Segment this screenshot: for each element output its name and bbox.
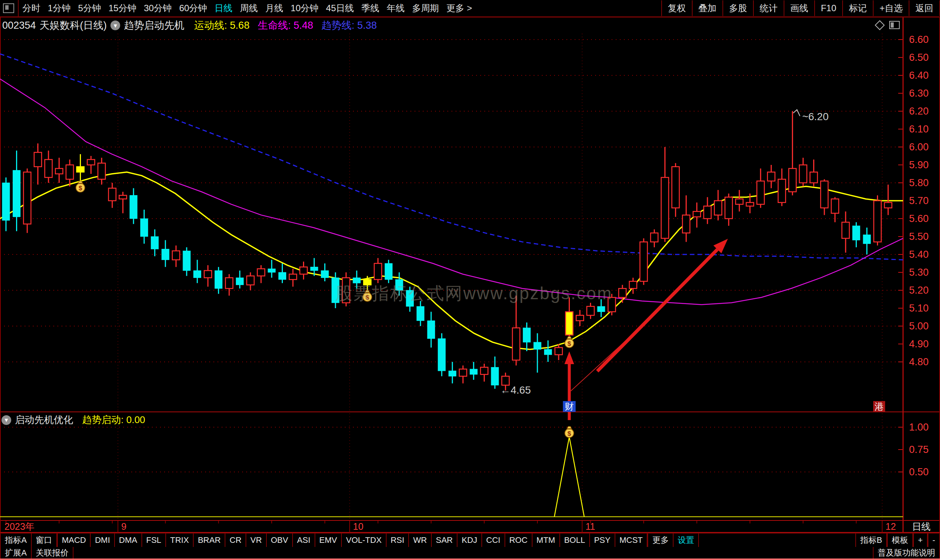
toolbtn-right-3[interactable]: - bbox=[928, 534, 940, 547]
svg-text:1.00: 1.00 bbox=[909, 422, 929, 433]
period-tab-13[interactable]: 多周期 bbox=[408, 2, 443, 14]
period-tab-2[interactable]: 5分钟 bbox=[74, 2, 105, 14]
period-toolbar: 分时1分钟5分钟15分钟30分钟60分钟日线周线月线10分钟45日线季线年线多周… bbox=[0, 0, 940, 17]
indicator-btn-6[interactable]: CR bbox=[225, 534, 246, 547]
top-button-5[interactable]: F10 bbox=[814, 0, 842, 16]
svg-text:6.20: 6.20 bbox=[909, 106, 929, 117]
indicator-btn-4[interactable]: TRIX bbox=[166, 534, 194, 547]
chevron-down-icon[interactable]: ▼ bbox=[111, 20, 120, 30]
indicator-btn-3[interactable]: FSL bbox=[142, 534, 166, 547]
candles-layer bbox=[2, 111, 892, 391]
svg-text:6.30: 6.30 bbox=[909, 88, 929, 99]
svg-text:6.40: 6.40 bbox=[909, 70, 929, 81]
indicator-btn-9[interactable]: ASI bbox=[293, 534, 315, 547]
money-bag-icon: $ bbox=[565, 426, 574, 438]
period-tab-7[interactable]: 周线 bbox=[236, 2, 262, 14]
toolbar-right-buttons: 复权叠加多股统计画线F10标记+自选返回 bbox=[661, 0, 940, 17]
toolbtn-left-1[interactable]: 窗口 bbox=[32, 534, 57, 547]
help-label[interactable]: 普及版功能说明 bbox=[873, 547, 940, 558]
svg-text:日线: 日线 bbox=[912, 521, 931, 532]
ext-btn-1[interactable]: 关联报价 bbox=[32, 547, 74, 558]
svg-text:$: $ bbox=[568, 340, 571, 347]
top-button-1[interactable]: 叠加 bbox=[692, 0, 722, 16]
split-window-icon[interactable] bbox=[889, 21, 900, 29]
top-button-6[interactable]: 标记 bbox=[842, 0, 873, 16]
window-icon[interactable] bbox=[3, 3, 14, 13]
axis-labels: 6.606.506.406.306.206.106.005.905.805.70… bbox=[909, 34, 929, 478]
indicator-values: 运动线: 5.68生命线: 5.48趋势线: 5.38 bbox=[194, 18, 377, 32]
period-tab-11[interactable]: 季线 bbox=[357, 2, 383, 14]
grid-layer bbox=[0, 17, 940, 532]
indicator-name: 趋势启动先机 bbox=[124, 18, 185, 32]
svg-text:5.60: 5.60 bbox=[909, 213, 929, 224]
stock-name: 天娱数科(日线) bbox=[40, 18, 107, 32]
indicator-btn-14[interactable]: SAR bbox=[432, 534, 457, 547]
toolbtn-right-0[interactable]: 指标B bbox=[855, 534, 887, 547]
sub-panel-header: ▼ 启动先机优化 趋势启动: 0.00 bbox=[2, 413, 145, 426]
svg-text:财: 财 bbox=[565, 402, 574, 412]
top-button-3[interactable]: 统计 bbox=[753, 0, 784, 16]
toolbtn-right-1[interactable]: 模板 bbox=[887, 534, 913, 547]
top-button-4[interactable]: 画线 bbox=[784, 0, 814, 16]
toolbtn-left-0[interactable]: 指标A bbox=[0, 534, 32, 547]
toolbtn-right-2[interactable]: + bbox=[913, 534, 928, 547]
period-tab-6[interactable]: 日线 bbox=[211, 2, 236, 14]
x-axis-layer: 2023年9101112日线 bbox=[5, 521, 931, 532]
svg-text:9: 9 bbox=[121, 521, 126, 532]
svg-text:11: 11 bbox=[586, 521, 595, 532]
indicator-btn-2[interactable]: DMA bbox=[115, 534, 142, 547]
settings-btn[interactable]: 设置 bbox=[674, 534, 699, 547]
svg-text:←4.65: ←4.65 bbox=[500, 384, 531, 396]
ext-btn-0[interactable]: 扩展A bbox=[0, 547, 32, 558]
svg-text:4.90: 4.90 bbox=[909, 338, 929, 349]
indicator-btn-12[interactable]: RSI bbox=[386, 534, 409, 547]
indicator-btn-0[interactable]: MACD bbox=[57, 534, 91, 547]
diamond-icon[interactable] bbox=[875, 20, 885, 30]
top-button-2[interactable]: 多股 bbox=[722, 0, 753, 16]
top-button-0[interactable]: 复权 bbox=[661, 0, 692, 16]
indicator-btn-11[interactable]: VOL-TDX bbox=[342, 534, 386, 547]
chart-header: 002354 天娱数科(日线) ▼ 趋势启动先机 运动线: 5.68生命线: 5… bbox=[2, 18, 377, 32]
indicator-btn-18[interactable]: MTM bbox=[532, 534, 560, 547]
top-button-8[interactable]: 返回 bbox=[909, 0, 940, 16]
svg-text:2023年: 2023年 bbox=[5, 521, 35, 532]
period-tab-12[interactable]: 年线 bbox=[383, 2, 408, 14]
period-tab-5[interactable]: 60分钟 bbox=[175, 2, 211, 14]
period-tab-3[interactable]: 15分钟 bbox=[105, 2, 140, 14]
svg-text:0.75: 0.75 bbox=[909, 444, 929, 455]
indicator-btn-19[interactable]: BOLL bbox=[560, 534, 590, 547]
svg-text:5.80: 5.80 bbox=[909, 177, 929, 188]
period-tab-1[interactable]: 1分钟 bbox=[44, 2, 74, 14]
indicator-btn-8[interactable]: OBV bbox=[267, 534, 293, 547]
indicator-btn-10[interactable]: EMV bbox=[315, 534, 342, 547]
indicator-btn-1[interactable]: DMI bbox=[91, 534, 115, 547]
svg-text:5.70: 5.70 bbox=[909, 195, 929, 206]
svg-text:0.50: 0.50 bbox=[909, 466, 929, 478]
period-tabs: 分时1分钟5分钟15分钟30分钟60分钟日线周线月线10分钟45日线季线年线多周… bbox=[18, 2, 476, 14]
indicator-btn-17[interactable]: ROC bbox=[505, 534, 532, 547]
signal-markers: $$$$ bbox=[76, 181, 728, 517]
indicator-btn-20[interactable]: PSY bbox=[590, 534, 615, 547]
period-tab-0[interactable]: 分时 bbox=[18, 2, 44, 14]
indicator-btn-7[interactable]: VR bbox=[246, 534, 267, 547]
price-chart-canvas[interactable]: $$$$股票指标公式网www.gpzbgs.com财~6.20←4.65港6.6… bbox=[0, 0, 940, 560]
indicator-btn-21[interactable]: MCST bbox=[615, 534, 648, 547]
indicator-value-2: 趋势线: 5.38 bbox=[321, 18, 377, 32]
stock-code: 002354 bbox=[2, 20, 36, 31]
more-btn-0[interactable]: 更多 bbox=[648, 534, 674, 547]
svg-text:10: 10 bbox=[353, 521, 363, 532]
period-tab-14[interactable]: 更多 > bbox=[443, 2, 476, 14]
svg-text:5.50: 5.50 bbox=[909, 231, 929, 242]
indicator-btn-15[interactable]: KDJ bbox=[457, 534, 482, 547]
period-tab-8[interactable]: 月线 bbox=[262, 2, 287, 14]
period-tab-10[interactable]: 45日线 bbox=[322, 2, 358, 14]
indicator-btn-5[interactable]: BRAR bbox=[194, 534, 225, 547]
indicator-btn-13[interactable]: WR bbox=[409, 534, 432, 547]
svg-text:股票指标公式网www.gpzbgs.com: 股票指标公式网www.gpzbgs.com bbox=[335, 283, 613, 303]
chevron-down-icon[interactable]: ▼ bbox=[2, 415, 11, 425]
svg-text:$: $ bbox=[79, 185, 83, 192]
period-tab-9[interactable]: 10分钟 bbox=[287, 2, 322, 14]
period-tab-4[interactable]: 30分钟 bbox=[140, 2, 175, 14]
top-button-7[interactable]: +自选 bbox=[873, 0, 909, 16]
indicator-btn-16[interactable]: CCI bbox=[482, 534, 505, 547]
